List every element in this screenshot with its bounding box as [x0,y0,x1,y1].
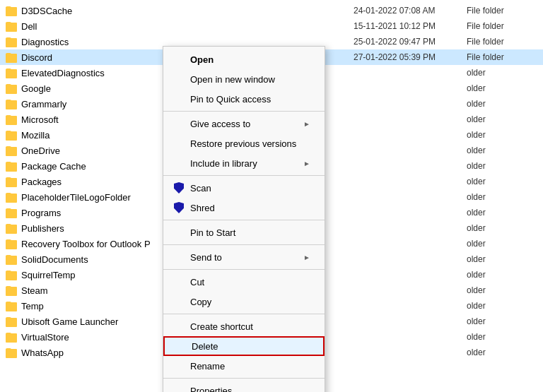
folder-icon [6,300,17,311]
menu-icon-placeholder [172,73,186,85]
menu-item-send-to[interactable]: Send to ► [163,247,325,267]
submenu-arrow: ► [303,120,310,128]
shield-icon [172,202,186,213]
folder-type: older [467,145,537,155]
menu-icon-placeholder [172,276,186,287]
folder-icon [6,347,17,358]
menu-icon-placeholder [172,54,186,65]
menu-item-shred[interactable]: Shred [163,198,325,218]
menu-item-give-access[interactable]: Give access to ► [163,114,325,133]
menu-item-label: Open in new window [190,74,310,85]
menu-divider [163,314,325,314]
menu-item-properties[interactable]: Properties [163,381,325,392]
menu-item-scan[interactable]: Scan [163,178,325,198]
folder-type: older [467,223,537,233]
menu-item-label: Scan [190,183,310,194]
folder-type: older [467,99,537,109]
folder-row[interactable]: D3DSCache 24-01-2022 07:08 AM File folde… [0,3,543,18]
menu-item-open-new-window[interactable]: Open in new window [163,69,325,89]
menu-icon-placeholder [172,118,186,129]
folder-type: older [467,332,537,342]
folder-type: File folder [467,52,537,62]
menu-divider [163,269,325,270]
context-menu: Open Open in new window Pin to Quick acc… [163,46,325,392]
menu-item-include-library[interactable]: Include in library ► [163,153,325,173]
menu-item-pin-quick-access[interactable]: Pin to Quick access [163,89,325,109]
folder-icon [6,269,17,280]
folder-icon [6,145,17,156]
menu-icon-placeholder [172,227,186,238]
folder-icon [6,191,17,203]
folder-type: older [467,130,537,140]
menu-item-label: Give access to [190,119,303,129]
folder-date: 15-11-2021 10:12 PM [354,21,467,31]
folder-type: older [467,208,537,218]
menu-divider [163,220,325,220]
folder-icon [6,176,17,187]
folder-icon [6,316,17,327]
menu-icon-placeholder [172,296,186,307]
menu-item-label: Pin to Quick access [190,94,310,105]
folder-icon [6,114,17,125]
menu-divider [163,244,325,245]
menu-item-create-shortcut[interactable]: Create shortcut [163,316,325,336]
folder-row[interactable]: Dell 15-11-2021 10:12 PM File folder [0,18,543,34]
menu-item-label: Open [190,54,310,65]
submenu-arrow: ► [303,160,310,167]
folder-icon [6,207,17,218]
folder-type: older [467,316,537,326]
menu-item-delete[interactable]: Delete [163,336,325,356]
folder-type: older [467,192,537,202]
folder-icon [6,5,17,16]
menu-item-open[interactable]: Open [163,49,325,69]
folder-icon [6,67,17,78]
folder-name: D3DSCache [21,6,354,16]
folder-type: older [467,285,537,295]
folder-date: 24-01-2022 07:08 AM [354,6,467,16]
menu-item-pin-start[interactable]: Pin to Start [163,222,325,242]
menu-item-label: Restore previous versions [190,138,310,149]
menu-item-rename[interactable]: Rename [163,356,325,376]
folder-type: older [467,348,537,357]
menu-item-label: Create shortcut [190,321,310,332]
menu-icon-placeholder [172,360,186,372]
folder-icon [6,52,17,63]
menu-icon-placeholder [172,385,186,392]
folder-icon [6,222,17,234]
folder-date: 27-01-2022 05:39 PM [354,52,467,62]
folder-type: File folder [467,6,537,16]
menu-divider [163,378,325,379]
folder-icon [6,129,17,141]
menu-item-restore-versions[interactable]: Restore previous versions [163,133,325,153]
menu-item-cut[interactable]: Cut [163,272,325,292]
menu-item-copy[interactable]: Copy [163,292,325,311]
file-explorer: D3DSCache 24-01-2022 07:08 AM File folde… [0,0,543,392]
folder-icon [6,254,17,265]
folder-icon [6,98,17,109]
menu-item-label: Shred [190,203,310,213]
menu-item-label: Properties [190,386,310,393]
menu-item-label: Copy [190,297,310,307]
shield-icon [172,182,186,194]
folder-type: older [467,161,537,171]
folder-type: older [467,83,537,93]
folder-icon [6,20,17,32]
folder-icon [6,160,17,172]
menu-item-label: Rename [190,361,310,372]
menu-divider [163,175,325,176]
folder-type: File folder [467,21,537,31]
menu-icon-placeholder [173,340,187,352]
folder-icon [6,83,17,94]
folder-type: older [467,239,537,249]
folder-icon [6,285,17,296]
menu-item-label: Delete [192,341,309,352]
folder-type: older [467,254,537,264]
menu-item-label: Pin to Start [190,227,310,238]
menu-icon-placeholder [172,251,186,263]
submenu-arrow: ► [303,254,310,261]
folder-name: Dell [21,21,354,32]
folder-type: older [467,114,537,124]
menu-item-label: Send to [190,252,303,263]
menu-divider [163,111,325,112]
folder-date: 25-01-2022 09:47 PM [354,37,467,47]
